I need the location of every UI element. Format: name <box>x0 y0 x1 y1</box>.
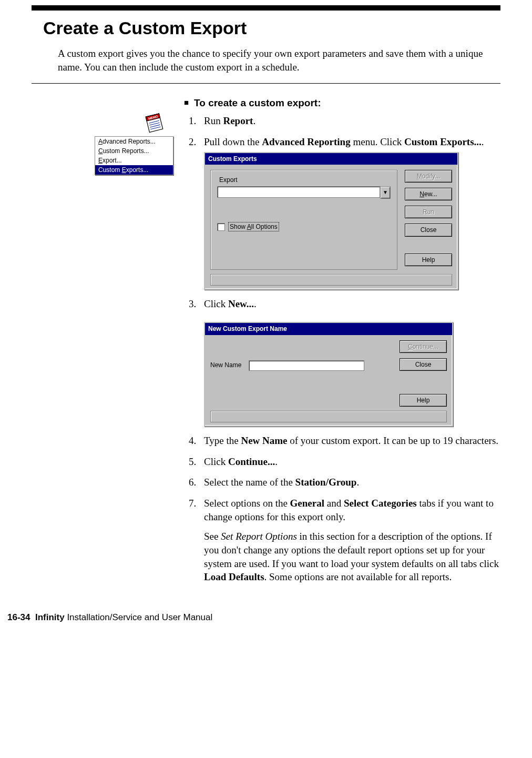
show-all-options-label: Show All Options <box>228 222 279 231</box>
modify-button[interactable]: Modify... <box>405 170 452 183</box>
new-custom-export-name-dialog: New Custom Export Name New Name Continue… <box>204 322 453 427</box>
custom-exports-dialog: Custom Exports Export ▼ <box>204 152 458 290</box>
export-combo-input[interactable] <box>217 186 380 198</box>
run-button[interactable]: Run <box>405 206 452 218</box>
step-bold: Report <box>223 115 253 126</box>
step-text: See <box>204 531 221 542</box>
procedure-heading: ■To create a custom export: <box>184 97 500 109</box>
memo-icon: MEMO <box>142 111 184 133</box>
page-title: Create a Custom Export <box>43 18 500 38</box>
step-text: . <box>275 456 278 467</box>
step-bold: New... <box>228 298 254 309</box>
footer-text: Installation/Service and User Manual <box>65 612 213 622</box>
product-name: Infinity <box>35 612 65 622</box>
dialog-title: New Custom Export Name <box>205 323 452 335</box>
menu-item[interactable]: Custom Exports... <box>95 165 173 175</box>
show-all-options-checkbox[interactable] <box>217 223 225 231</box>
step-2: Pull down the Advanced Reporting menu. C… <box>199 135 500 290</box>
header-rule <box>32 5 500 11</box>
step-3: Click New.... New Custom Export Name New… <box>199 297 500 427</box>
step-6: Select the name of the Station/Group. <box>199 476 500 489</box>
step-text: Select options on the <box>204 498 290 509</box>
section-divider <box>32 83 500 84</box>
menu-item[interactable]: Advanced Reports... <box>95 137 173 146</box>
step-text: menu. Click <box>351 136 404 147</box>
status-bar <box>210 274 452 286</box>
intro-paragraph: A custom export gives you the chance to … <box>58 47 500 74</box>
step-text: . Some options are not available for all… <box>264 571 452 582</box>
step-text: Click <box>204 456 228 467</box>
new-name-label: New Name <box>210 361 241 369</box>
step-bold: Station/Group <box>295 477 357 488</box>
step-text: . <box>482 136 484 147</box>
step-text: . <box>254 298 257 309</box>
close-button[interactable]: Close <box>405 224 452 236</box>
step-bold: New Name <box>241 435 287 446</box>
step-4: Type the New Name of your custom export.… <box>199 434 500 448</box>
dialog-title: Custom Exports <box>205 153 457 165</box>
step-bold: Custom Exports... <box>404 136 482 147</box>
new-name-input[interactable] <box>249 360 364 371</box>
step-5: Click Continue.... <box>199 455 500 469</box>
step-7: Select options on the General and Select… <box>199 497 500 584</box>
page-number: 16-34 <box>7 612 30 622</box>
step-bold: General <box>290 498 324 509</box>
help-button[interactable]: Help <box>405 254 452 266</box>
step-bold: Select Categories <box>344 498 417 509</box>
step-text: Pull down the <box>204 136 262 147</box>
step-text: Run <box>204 115 223 126</box>
advanced-reporting-menu: Advanced Reports...Custom Reports...Expo… <box>95 136 173 175</box>
step-bold: Continue... <box>228 456 275 467</box>
step-text: Type the <box>204 435 241 446</box>
step-bold: Load Defaults <box>204 571 264 582</box>
step-text: . <box>253 115 255 126</box>
export-combo[interactable]: ▼ <box>217 186 391 198</box>
step-text: of your custom export. It can be up to 1… <box>288 435 499 446</box>
chevron-down-icon[interactable]: ▼ <box>380 186 391 199</box>
help-button[interactable]: Help <box>400 394 447 407</box>
step-text: Click <box>204 298 228 309</box>
step-italic: Set Report Options <box>221 531 297 542</box>
menu-item[interactable]: Export... <box>95 156 173 165</box>
step-text: Select the name of the <box>204 477 295 488</box>
export-label: Export <box>219 176 391 184</box>
status-bar <box>210 411 447 422</box>
bullet-square-icon: ■ <box>184 98 189 107</box>
menu-item[interactable]: Custom Reports... <box>95 146 173 156</box>
procedure-heading-text: To create a custom export: <box>194 97 321 108</box>
new-button[interactable]: New... <box>405 188 452 200</box>
close-button[interactable]: Close <box>400 358 447 371</box>
continue-button[interactable]: Continue... <box>400 340 447 353</box>
page-footer: 16-34 Infinity Installation/Service and … <box>0 612 532 623</box>
step-1: Run Report. <box>199 114 500 128</box>
step-bold: Advanced Reporting <box>262 136 350 147</box>
step-text: and <box>324 498 344 509</box>
step-text: . <box>356 477 359 488</box>
export-group: Export ▼ Show All Options <box>210 170 397 270</box>
